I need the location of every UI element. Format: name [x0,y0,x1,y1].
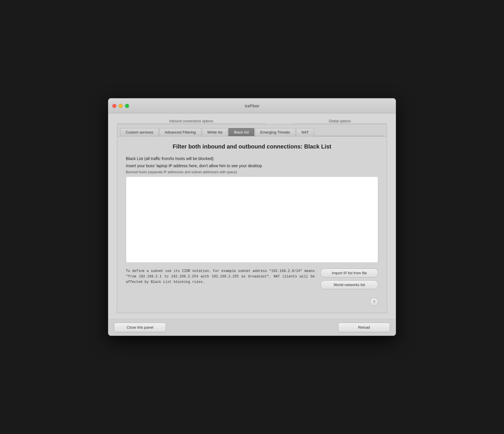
action-buttons: Import IP list from file World networks … [321,269,378,289]
window-controls [112,104,129,108]
bottom-section: To define a subnet use its CIDR notation… [126,269,378,289]
tab-nat[interactable]: NAT [296,128,314,136]
section-group-labels: Inbound connections options Global optio… [114,119,390,124]
reload-button[interactable]: Reload [338,323,390,332]
global-group: Global options [293,119,387,124]
tab-advanced-filtering[interactable]: Advanced Filtering [159,128,201,136]
tab-custom-services[interactable]: Custom services [120,128,159,136]
textarea-label: Banned hosts (separate IP addresses and … [126,170,378,174]
close-window-button[interactable] [112,104,116,108]
footer: Close this panel Reload [108,319,396,336]
world-networks-list-button[interactable]: World networks list [321,280,378,289]
maximize-window-button[interactable] [125,104,129,108]
global-group-label: Global options [326,119,354,123]
tab-emerging-threats[interactable]: Emerging Threats [255,128,295,136]
description-line2: Insert your boss' laptop IP address here… [126,163,378,169]
page-title: Filter both inbound and outbound connect… [126,143,378,150]
minimize-window-button[interactable] [119,104,123,108]
window-title: IceFloor [245,104,259,108]
tab-strip: Custom services Advanced Filtering White… [120,128,384,136]
banned-hosts-textarea[interactable] [126,176,378,263]
close-panel-button[interactable]: Close this panel [114,323,166,332]
cidr-info-text: To define a subnet use its CIDR notation… [126,269,315,285]
inbound-group-label: Inbound connections options [166,119,216,123]
inbound-group: Inbound connections options [117,119,266,124]
help-area: ? [126,298,378,306]
main-panel: Filter both inbound and outbound connect… [117,136,387,313]
tab-black-list[interactable]: Black list [228,128,254,136]
app-window: IceFloor Inbound connections options Glo… [108,98,396,336]
content-area: Inbound connections options Global optio… [108,113,396,319]
titlebar: IceFloor [108,98,396,113]
import-ip-list-button[interactable]: Import IP list from file [321,269,378,277]
description-line1: Black List (all traffic from/to hosts wi… [126,156,378,162]
help-button[interactable]: ? [370,298,378,306]
tab-container: Custom services Advanced Filtering White… [117,124,387,136]
tab-white-list[interactable]: White list [202,128,228,136]
